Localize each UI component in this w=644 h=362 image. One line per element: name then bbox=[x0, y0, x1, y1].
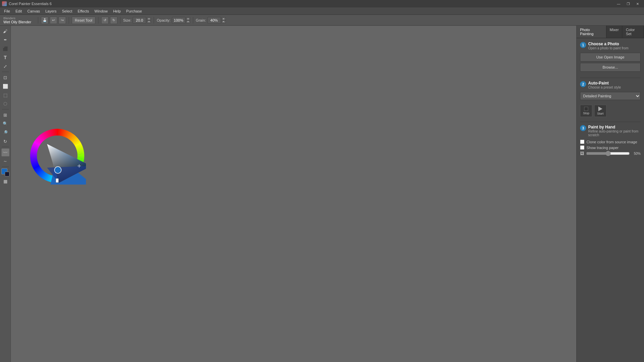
show-tracing-checkbox[interactable] bbox=[580, 145, 584, 150]
layer-adjuster-tool[interactable]: ⤢ bbox=[1, 62, 9, 70]
grain-input[interactable]: 40% bbox=[207, 17, 221, 24]
undo-button[interactable]: ↩ bbox=[50, 17, 57, 24]
step2-divider bbox=[580, 122, 641, 122]
tab-color-set[interactable]: Color Set bbox=[622, 26, 644, 38]
grain-up-button[interactable]: ▲ bbox=[222, 17, 226, 20]
left-toolbar: 🖌 ✒ ⬛ T ⤢ ⊡ ⬜ ⬚ 〇 ⊞ 🔍 🔎 ↻ 〰 ～ bbox=[0, 26, 11, 362]
size-input[interactable]: 20.0 bbox=[133, 17, 146, 24]
menu-canvas[interactable]: Canvas bbox=[25, 8, 43, 14]
stop-button[interactable]: Stop bbox=[580, 105, 592, 117]
rotate-canvas-icon: ↻ bbox=[3, 139, 7, 144]
redo-button[interactable]: ↪ bbox=[59, 17, 66, 24]
menu-help[interactable]: Help bbox=[110, 8, 124, 14]
smear-tool[interactable]: ～ bbox=[1, 157, 9, 165]
color-wheel[interactable]: (function() { var g = document.getElemen… bbox=[28, 127, 86, 185]
brush-name: Wet Oily Blender bbox=[3, 20, 33, 24]
redo-icon: ↪ bbox=[61, 18, 64, 22]
app-title: Corel Painter Essentials 6 bbox=[9, 2, 614, 6]
transform-tool[interactable]: ⊡ bbox=[1, 73, 9, 81]
use-open-image-button[interactable]: Use Open Image bbox=[580, 53, 641, 62]
current-color-dot[interactable] bbox=[54, 167, 61, 173]
text-tool[interactable]: T bbox=[1, 53, 9, 62]
tracing-opacity-value: 50% bbox=[632, 152, 641, 155]
step3-title: Paint by Hand bbox=[588, 125, 641, 129]
clone-color-checkbox[interactable] bbox=[580, 140, 584, 144]
window-controls: — ❐ ✕ bbox=[614, 1, 642, 7]
rotate-right-button[interactable]: ↻ bbox=[110, 17, 117, 24]
crop-tool[interactable]: ⬜ bbox=[1, 82, 9, 90]
mirror-tool[interactable]: ⊞ bbox=[1, 111, 9, 119]
blender-tool[interactable]: 〰 bbox=[1, 148, 9, 156]
clone-color-label: Clone color from source image bbox=[586, 140, 637, 144]
tool-separator-3 bbox=[2, 147, 9, 147]
size-control: 20.0 ▲ ▼ bbox=[133, 17, 151, 24]
fill-icon: ⬛ bbox=[3, 46, 8, 51]
menu-effects[interactable]: Effects bbox=[75, 8, 92, 14]
grain-down-button[interactable]: ▼ bbox=[222, 20, 226, 23]
tab-mixer[interactable]: Mixer bbox=[606, 26, 623, 38]
menu-layers[interactable]: Layers bbox=[43, 8, 59, 14]
paper-texture-tool[interactable]: ▦ bbox=[1, 177, 9, 185]
menu-file[interactable]: File bbox=[1, 8, 13, 14]
restore-button[interactable]: ❐ bbox=[624, 1, 632, 7]
undo-icon: ↩ bbox=[52, 18, 55, 22]
step1-section: 1 Choose a Photo Open a photo to paint f… bbox=[580, 42, 641, 73]
right-panel: Photo Painting Mixer Color Set 1 Choose … bbox=[576, 26, 644, 362]
rotate-left-icon: ↺ bbox=[104, 18, 106, 22]
opacity-down-button[interactable]: ▼ bbox=[186, 20, 190, 23]
clone-color-row: Clone color from source image bbox=[580, 140, 641, 144]
fill-tool[interactable]: ⬛ bbox=[1, 45, 9, 53]
menu-purchase[interactable]: Purchase bbox=[124, 8, 145, 14]
minimize-button[interactable]: — bbox=[614, 1, 623, 7]
step2-title-block: Auto-Paint Choose a preset style bbox=[588, 81, 621, 89]
text-icon: T bbox=[4, 55, 7, 60]
mirror-icon: ⊞ bbox=[3, 113, 7, 118]
smear-icon: ～ bbox=[3, 158, 7, 164]
toolbar-separator-2 bbox=[69, 17, 69, 24]
dropper-tool[interactable]: ✒ bbox=[1, 36, 9, 44]
toolbar-separator-6 bbox=[193, 17, 193, 24]
menu-window[interactable]: Window bbox=[92, 8, 110, 14]
size-down-button[interactable]: ▼ bbox=[147, 20, 151, 23]
toolbar-separator-5 bbox=[154, 17, 154, 24]
stop-label: Stop bbox=[583, 112, 590, 115]
start-button[interactable]: Start bbox=[594, 105, 606, 117]
tracing-opacity-slider[interactable] bbox=[586, 151, 630, 155]
menu-edit[interactable]: Edit bbox=[13, 8, 25, 14]
stop-icon bbox=[584, 107, 588, 111]
selection-tool[interactable]: ⬚ bbox=[1, 91, 9, 99]
browse-button[interactable]: Browse... bbox=[580, 63, 641, 72]
rotate-left-button[interactable]: ↺ bbox=[101, 17, 109, 24]
close-button[interactable]: ✕ bbox=[633, 1, 642, 7]
step3-subtitle: Refine auto-painting or paint from scrat… bbox=[588, 129, 641, 137]
reset-tool-button[interactable]: Reset Tool bbox=[72, 17, 95, 24]
preset-style-dropdown[interactable]: Detailed Painting Impressionist Watercol… bbox=[580, 92, 641, 100]
magnifier-zoom-in-tool[interactable]: 🔍 bbox=[1, 120, 9, 128]
rotate-canvas-tool[interactable]: ↻ bbox=[1, 137, 9, 145]
hue-indicator[interactable] bbox=[56, 178, 59, 183]
panel-tabs: Photo Painting Mixer Color Set bbox=[577, 26, 644, 38]
step2-section: 2 Auto-Paint Choose a preset style Detai… bbox=[580, 81, 641, 117]
tab-photo-painting[interactable]: Photo Painting bbox=[577, 26, 606, 38]
show-tracing-row: Show tracing paper bbox=[580, 145, 641, 150]
show-tracing-label: Show tracing paper bbox=[586, 146, 619, 150]
opacity-input[interactable]: 100% bbox=[172, 17, 185, 24]
grain-label: Grain: bbox=[196, 18, 206, 22]
tool-separator-4 bbox=[2, 167, 9, 167]
app-icon bbox=[2, 1, 7, 6]
paint-brush-tool[interactable]: 🖌 bbox=[1, 27, 9, 35]
size-up-button[interactable]: ▲ bbox=[147, 17, 151, 20]
lasso-tool[interactable]: 〇 bbox=[1, 100, 9, 108]
color-swatch[interactable] bbox=[1, 168, 9, 176]
step2-title: Auto-Paint bbox=[588, 81, 621, 86]
opacity-up-button[interactable]: ▲ bbox=[186, 17, 190, 20]
canvas-area[interactable]: (function() { var g = document.getElemen… bbox=[11, 26, 644, 362]
panel-content: 1 Choose a Photo Open a photo to paint f… bbox=[577, 38, 644, 362]
toolbar-separator-3 bbox=[98, 17, 98, 24]
magnifier-zoom-out-tool[interactable]: 🔎 bbox=[1, 128, 9, 137]
opacity-spin-buttons: ▲ ▼ bbox=[186, 17, 190, 23]
opacity-label: Opacity: bbox=[157, 18, 170, 22]
save-button[interactable]: 💾 bbox=[41, 17, 48, 24]
step2-subtitle: Choose a preset style bbox=[588, 86, 621, 89]
menu-select[interactable]: Select bbox=[59, 8, 75, 14]
